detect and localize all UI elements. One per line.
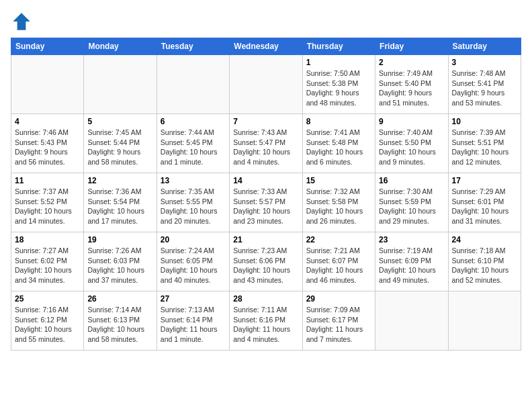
- logo-icon: [11, 11, 32, 32]
- calendar-cell: 21Sunrise: 7:23 AMSunset: 6:06 PMDayligh…: [230, 232, 302, 291]
- day-number: 21: [233, 235, 298, 244]
- day-number: 2: [379, 58, 444, 67]
- calendar-cell: 1Sunrise: 7:50 AMSunset: 5:38 PMDaylight…: [302, 55, 375, 114]
- day-info: Sunrise: 7:49 AMSunset: 5:40 PMDaylight:…: [379, 68, 444, 108]
- day-number: 5: [87, 117, 152, 126]
- day-number: 18: [15, 235, 80, 244]
- day-of-week-header: Friday: [375, 38, 448, 55]
- calendar-cell: 16Sunrise: 7:30 AMSunset: 5:59 PMDayligh…: [375, 173, 448, 232]
- calendar-cell: [11, 55, 84, 114]
- calendar-cell: 15Sunrise: 7:32 AMSunset: 5:58 PMDayligh…: [302, 173, 375, 232]
- day-info: Sunrise: 7:37 AMSunset: 5:52 PMDaylight:…: [15, 187, 80, 226]
- day-info: Sunrise: 7:43 AMSunset: 5:47 PMDaylight:…: [233, 128, 298, 167]
- day-info: Sunrise: 7:29 AMSunset: 6:01 PMDaylight:…: [452, 187, 517, 226]
- calendar-cell: 26Sunrise: 7:14 AMSunset: 6:13 PMDayligh…: [84, 291, 157, 351]
- calendar-week-row: 1Sunrise: 7:50 AMSunset: 5:38 PMDaylight…: [11, 55, 521, 114]
- day-info: Sunrise: 7:46 AMSunset: 5:43 PMDaylight:…: [15, 128, 80, 167]
- day-number: 20: [161, 235, 226, 244]
- calendar-cell: [230, 55, 302, 114]
- calendar-cell: 28Sunrise: 7:11 AMSunset: 6:16 PMDayligh…: [230, 291, 302, 351]
- calendar-cell: [157, 55, 229, 114]
- calendar-cell: 12Sunrise: 7:36 AMSunset: 5:54 PMDayligh…: [84, 173, 157, 232]
- day-of-week-header: Wednesday: [230, 38, 302, 55]
- page-header: [11, 11, 521, 32]
- logo: [11, 11, 35, 32]
- day-info: Sunrise: 7:13 AMSunset: 6:14 PMDaylight:…: [161, 305, 226, 345]
- day-info: Sunrise: 7:50 AMSunset: 5:38 PMDaylight:…: [306, 68, 371, 108]
- day-info: Sunrise: 7:11 AMSunset: 6:16 PMDaylight:…: [233, 305, 298, 345]
- day-number: 28: [233, 294, 298, 304]
- day-number: 15: [306, 176, 371, 185]
- day-number: 13: [161, 176, 226, 185]
- day-number: 8: [306, 117, 371, 126]
- day-number: 27: [161, 294, 226, 304]
- day-info: Sunrise: 7:33 AMSunset: 5:57 PMDaylight:…: [233, 187, 298, 226]
- day-info: Sunrise: 7:32 AMSunset: 5:58 PMDaylight:…: [306, 187, 371, 226]
- day-info: Sunrise: 7:23 AMSunset: 6:06 PMDaylight:…: [233, 246, 298, 285]
- calendar-cell: 9Sunrise: 7:40 AMSunset: 5:50 PMDaylight…: [375, 114, 448, 173]
- day-number: 24: [452, 235, 517, 244]
- calendar-cell: [84, 55, 157, 114]
- day-number: 7: [233, 117, 298, 126]
- day-info: Sunrise: 7:14 AMSunset: 6:13 PMDaylight:…: [87, 305, 152, 345]
- day-of-week-header: Monday: [84, 38, 157, 55]
- calendar-header-row: SundayMondayTuesdayWednesdayThursdayFrid…: [11, 38, 521, 55]
- day-number: 23: [379, 235, 444, 244]
- day-info: Sunrise: 7:30 AMSunset: 5:59 PMDaylight:…: [379, 187, 444, 226]
- calendar-week-row: 18Sunrise: 7:27 AMSunset: 6:02 PMDayligh…: [11, 232, 521, 291]
- day-info: Sunrise: 7:19 AMSunset: 6:09 PMDaylight:…: [379, 246, 444, 285]
- day-number: 19: [87, 235, 152, 244]
- day-info: Sunrise: 7:48 AMSunset: 5:41 PMDaylight:…: [452, 68, 517, 108]
- calendar-cell: 23Sunrise: 7:19 AMSunset: 6:09 PMDayligh…: [375, 232, 448, 291]
- day-number: 4: [15, 117, 80, 126]
- calendar-cell: 8Sunrise: 7:41 AMSunset: 5:48 PMDaylight…: [302, 114, 375, 173]
- calendar-cell: 29Sunrise: 7:09 AMSunset: 6:17 PMDayligh…: [302, 291, 375, 351]
- day-number: 22: [306, 235, 371, 244]
- calendar-cell: 3Sunrise: 7:48 AMSunset: 5:41 PMDaylight…: [448, 55, 521, 114]
- day-info: Sunrise: 7:21 AMSunset: 6:07 PMDaylight:…: [306, 246, 371, 285]
- day-info: Sunrise: 7:35 AMSunset: 5:55 PMDaylight:…: [161, 187, 226, 226]
- day-info: Sunrise: 7:24 AMSunset: 6:05 PMDaylight:…: [161, 246, 226, 285]
- calendar-cell: 14Sunrise: 7:33 AMSunset: 5:57 PMDayligh…: [230, 173, 302, 232]
- day-info: Sunrise: 7:40 AMSunset: 5:50 PMDaylight:…: [379, 128, 444, 167]
- day-info: Sunrise: 7:09 AMSunset: 6:17 PMDaylight:…: [306, 305, 371, 345]
- calendar-cell: 24Sunrise: 7:18 AMSunset: 6:10 PMDayligh…: [448, 232, 521, 291]
- day-number: 11: [15, 176, 80, 185]
- calendar-cell: [448, 291, 521, 351]
- day-number: 3: [452, 58, 517, 67]
- calendar-cell: 27Sunrise: 7:13 AMSunset: 6:14 PMDayligh…: [157, 291, 229, 351]
- calendar-cell: 18Sunrise: 7:27 AMSunset: 6:02 PMDayligh…: [11, 232, 84, 291]
- day-number: 14: [233, 176, 298, 185]
- calendar-cell: 11Sunrise: 7:37 AMSunset: 5:52 PMDayligh…: [11, 173, 84, 232]
- calendar-cell: [375, 291, 448, 351]
- day-info: Sunrise: 7:44 AMSunset: 5:45 PMDaylight:…: [161, 128, 226, 167]
- calendar-cell: 4Sunrise: 7:46 AMSunset: 5:43 PMDaylight…: [11, 114, 84, 173]
- day-of-week-header: Saturday: [448, 38, 521, 55]
- day-number: 26: [87, 294, 152, 304]
- calendar-cell: 6Sunrise: 7:44 AMSunset: 5:45 PMDaylight…: [157, 114, 229, 173]
- day-of-week-header: Thursday: [302, 38, 375, 55]
- calendar-cell: 17Sunrise: 7:29 AMSunset: 6:01 PMDayligh…: [448, 173, 521, 232]
- calendar-cell: 5Sunrise: 7:45 AMSunset: 5:44 PMDaylight…: [84, 114, 157, 173]
- calendar-table: SundayMondayTuesdayWednesdayThursdayFrid…: [11, 38, 521, 351]
- calendar-cell: 22Sunrise: 7:21 AMSunset: 6:07 PMDayligh…: [302, 232, 375, 291]
- day-number: 29: [306, 294, 371, 304]
- day-number: 17: [452, 176, 517, 185]
- calendar-cell: 7Sunrise: 7:43 AMSunset: 5:47 PMDaylight…: [230, 114, 302, 173]
- calendar-week-row: 4Sunrise: 7:46 AMSunset: 5:43 PMDaylight…: [11, 114, 521, 173]
- calendar-cell: 25Sunrise: 7:16 AMSunset: 6:12 PMDayligh…: [11, 291, 84, 351]
- day-number: 12: [87, 176, 152, 185]
- calendar-cell: 19Sunrise: 7:26 AMSunset: 6:03 PMDayligh…: [84, 232, 157, 291]
- day-info: Sunrise: 7:41 AMSunset: 5:48 PMDaylight:…: [306, 128, 371, 167]
- calendar-cell: 13Sunrise: 7:35 AMSunset: 5:55 PMDayligh…: [157, 173, 229, 232]
- day-info: Sunrise: 7:16 AMSunset: 6:12 PMDaylight:…: [15, 305, 80, 345]
- calendar-week-row: 11Sunrise: 7:37 AMSunset: 5:52 PMDayligh…: [11, 173, 521, 232]
- day-number: 1: [306, 58, 371, 67]
- day-info: Sunrise: 7:18 AMSunset: 6:10 PMDaylight:…: [452, 246, 517, 285]
- day-info: Sunrise: 7:45 AMSunset: 5:44 PMDaylight:…: [87, 128, 152, 167]
- svg-marker-0: [13, 13, 30, 30]
- day-number: 25: [15, 294, 80, 304]
- day-of-week-header: Sunday: [11, 38, 84, 55]
- day-number: 10: [452, 117, 517, 126]
- calendar-cell: 10Sunrise: 7:39 AMSunset: 5:51 PMDayligh…: [448, 114, 521, 173]
